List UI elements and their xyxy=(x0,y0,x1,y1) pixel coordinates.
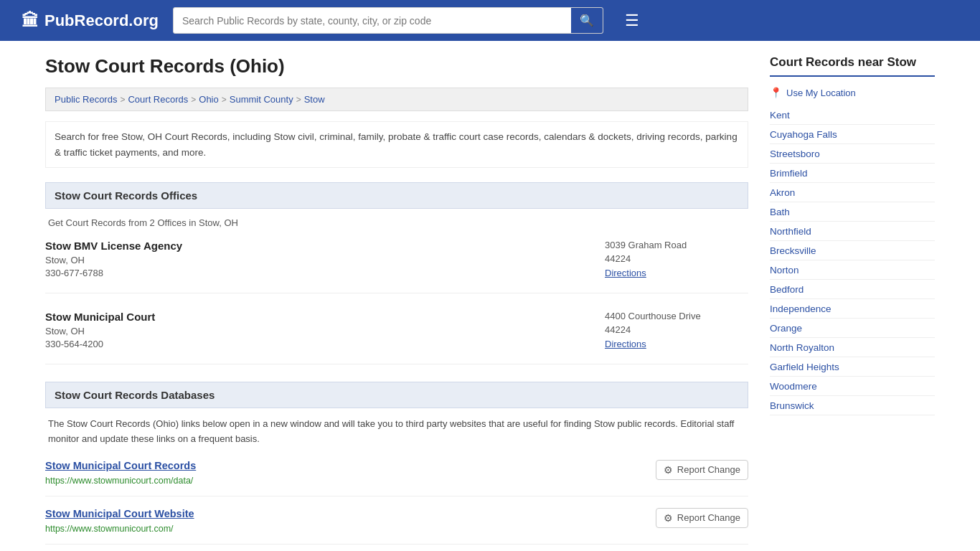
use-location-button[interactable]: 📍 Use My Location xyxy=(770,87,935,98)
sep-2: > xyxy=(191,95,196,105)
list-item: Norton xyxy=(770,260,935,280)
databases-description: The Stow Court Records (Ohio) links belo… xyxy=(45,417,748,447)
office-card-bmv: Stow BMV License Agency Stow, OH 330-677… xyxy=(45,240,748,293)
nearby-cuyahoga-falls[interactable]: Cuyahoga Falls xyxy=(770,129,837,140)
list-item: Orange xyxy=(770,319,935,338)
nearby-brimfield[interactable]: Brimfield xyxy=(770,168,808,179)
office-right-bmv: 3039 Graham Road 44224 Directions xyxy=(605,240,748,278)
list-item: Brunswick xyxy=(770,396,935,415)
db-url-records: https://www.stowmunicourt.com/data/ xyxy=(45,476,193,486)
db-left-website: Stow Municipal Court Website https://www… xyxy=(45,508,656,534)
office-left-municipal: Stow Municipal Court Stow, OH 330-564-42… xyxy=(45,311,605,349)
nearby-northfield[interactable]: Northfield xyxy=(770,226,811,237)
nearby-garfield-heights[interactable]: Garfield Heights xyxy=(770,362,839,372)
sep-3: > xyxy=(222,95,227,105)
db-left-records: Stow Municipal Court Records https://www… xyxy=(45,460,656,486)
office-city-bmv: Stow, OH xyxy=(45,255,605,265)
databases-section-header: Stow Court Records Databases xyxy=(45,382,748,408)
location-icon: 📍 xyxy=(770,87,782,98)
list-item: Northfield xyxy=(770,222,935,241)
breadcrumb: Public Records > Court Records > Ohio > … xyxy=(45,88,748,111)
report-change-button-website[interactable]: ⚙ Report Change xyxy=(656,508,748,528)
breadcrumb-court-records[interactable]: Court Records xyxy=(128,94,188,105)
office-phone-bmv: 330-677-6788 xyxy=(45,268,605,278)
nearby-woodmere[interactable]: Woodmere xyxy=(770,381,817,392)
nearby-list: Kent Cuyahoga Falls Streetsboro Brimfiel… xyxy=(770,105,935,415)
db-title-records[interactable]: Stow Municipal Court Records xyxy=(45,460,656,471)
list-item: Cuyahoga Falls xyxy=(770,125,935,144)
list-item: North Royalton xyxy=(770,338,935,357)
site-logo[interactable]: 🏛 PubRecord.org xyxy=(22,11,159,31)
nearby-north-royalton[interactable]: North Royalton xyxy=(770,342,834,353)
breadcrumb-summit-county[interactable]: Summit County xyxy=(230,94,293,105)
search-bar: 🔍 xyxy=(173,7,603,34)
db-row-records: Stow Municipal Court Records https://www… xyxy=(45,460,748,496)
page-container: Stow Court Records (Ohio) Public Records… xyxy=(24,41,956,551)
office-address-bmv: 3039 Graham Road xyxy=(605,240,748,250)
nearby-kent[interactable]: Kent xyxy=(770,110,790,121)
nearby-bath[interactable]: Bath xyxy=(770,207,790,217)
office-name-bmv: Stow BMV License Agency xyxy=(45,240,605,252)
nearby-bedford[interactable]: Bedford xyxy=(770,284,804,295)
db-title-website[interactable]: Stow Municipal Court Website xyxy=(45,508,656,519)
list-item: Bath xyxy=(770,202,935,222)
search-button[interactable]: 🔍 xyxy=(571,8,603,33)
report-icon-website: ⚙ xyxy=(664,512,673,524)
menu-icon[interactable]: ☰ xyxy=(625,11,639,30)
logo-icon: 🏛 xyxy=(22,11,39,31)
office-left-bmv: Stow BMV License Agency Stow, OH 330-677… xyxy=(45,240,605,278)
logo-text: PubRecord.org xyxy=(44,11,159,30)
nearby-streetsboro[interactable]: Streetsboro xyxy=(770,149,820,159)
list-item: Brimfield xyxy=(770,164,935,183)
sep-1: > xyxy=(120,95,125,105)
nearby-independence[interactable]: Independence xyxy=(770,303,831,314)
office-phone-municipal: 330-564-4200 xyxy=(45,339,605,349)
list-item: Garfield Heights xyxy=(770,357,935,377)
sidebar: Court Records near Stow 📍 Use My Locatio… xyxy=(770,55,935,551)
list-item: Akron xyxy=(770,183,935,202)
report-change-label-records: Report Change xyxy=(677,464,740,475)
nearby-brecksville[interactable]: Brecksville xyxy=(770,245,816,256)
offices-section: Stow Court Records Offices Get Court Rec… xyxy=(45,182,748,364)
office-card-municipal: Stow Municipal Court Stow, OH 330-564-42… xyxy=(45,311,748,364)
nearby-norton[interactable]: Norton xyxy=(770,265,799,276)
office-zip-municipal: 44224 xyxy=(605,324,748,335)
breadcrumb-public-records[interactable]: Public Records xyxy=(55,94,117,105)
list-item: Independence xyxy=(770,299,935,319)
page-description: Search for free Stow, OH Court Records, … xyxy=(45,121,748,168)
db-row-website: Stow Municipal Court Website https://www… xyxy=(45,508,748,545)
databases-section: Stow Court Records Databases The Stow Co… xyxy=(45,382,748,545)
page-title: Stow Court Records (Ohio) xyxy=(45,55,748,77)
offices-section-header: Stow Court Records Offices xyxy=(45,182,748,209)
report-change-label-website: Report Change xyxy=(677,512,740,523)
office-city-municipal: Stow, OH xyxy=(45,326,605,336)
office-zip-bmv: 44224 xyxy=(605,253,748,264)
office-address-municipal: 4400 Courthouse Drive xyxy=(605,311,748,321)
breadcrumb-stow[interactable]: Stow xyxy=(304,94,325,105)
directions-link-municipal[interactable]: Directions xyxy=(605,339,646,349)
nearby-brunswick[interactable]: Brunswick xyxy=(770,400,814,411)
sep-4: > xyxy=(296,95,301,105)
search-input[interactable] xyxy=(174,9,571,32)
list-item: Bedford xyxy=(770,280,935,299)
office-name-municipal: Stow Municipal Court xyxy=(45,311,605,323)
report-change-button-records[interactable]: ⚙ Report Change xyxy=(656,460,748,480)
main-content: Stow Court Records (Ohio) Public Records… xyxy=(45,55,748,551)
offices-count: Get Court Records from 2 Offices in Stow… xyxy=(45,217,748,228)
list-item: Woodmere xyxy=(770,377,935,396)
use-location-label: Use My Location xyxy=(786,88,856,98)
office-right-municipal: 4400 Courthouse Drive 44224 Directions xyxy=(605,311,748,349)
sidebar-title: Court Records near Stow xyxy=(770,55,935,77)
site-header: 🏛 PubRecord.org 🔍 ☰ xyxy=(0,0,980,41)
list-item: Kent xyxy=(770,105,935,125)
breadcrumb-ohio[interactable]: Ohio xyxy=(199,94,218,105)
report-icon-records: ⚙ xyxy=(664,464,673,476)
db-url-website: https://www.stowmunicourt.com/ xyxy=(45,524,174,534)
nearby-orange[interactable]: Orange xyxy=(770,323,802,334)
directions-link-bmv[interactable]: Directions xyxy=(605,268,646,278)
list-item: Brecksville xyxy=(770,241,935,260)
list-item: Streetsboro xyxy=(770,144,935,164)
nearby-akron[interactable]: Akron xyxy=(770,187,795,198)
